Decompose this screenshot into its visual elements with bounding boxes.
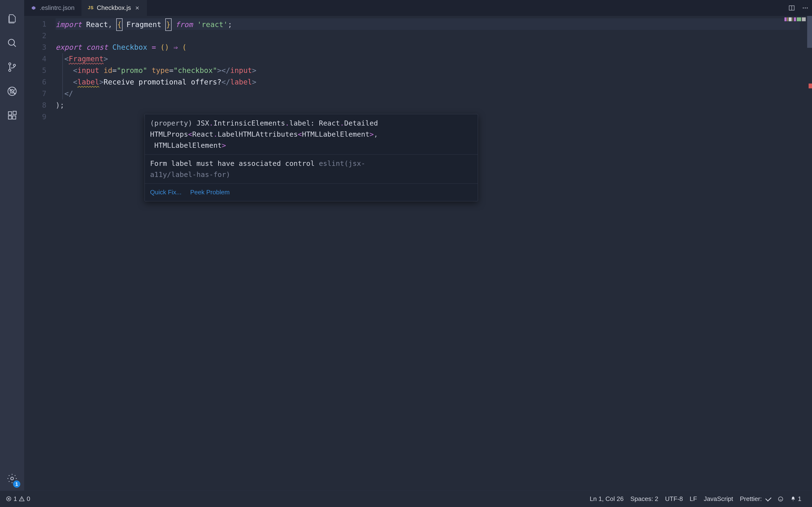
status-language[interactable]: JavaScript [704,495,733,503]
svg-point-12 [803,7,804,8]
extensions-icon [6,110,18,121]
split-editor-button[interactable] [785,0,799,16]
token-keyword: const [86,43,108,51]
status-encoding[interactable]: UTF-8 [665,495,683,503]
tab-checkbox[interactable]: JS Checkbox.js [82,0,147,16]
overview-marker-error[interactable] [809,83,812,89]
code-line[interactable]: </ [56,88,800,100]
svg-point-0 [8,39,14,45]
activity-extensions[interactable] [0,103,24,127]
smiley-icon [778,496,783,502]
tab-bar: .eslintrc.json JS Checkbox.js [24,0,812,16]
hover-message: Form label must have associated control … [145,154,478,183]
status-bar: 1 0 Ln 1, Col 26 Spaces: 2 UTF-8 LF Java… [0,491,812,507]
code-line[interactable]: import React, { Fragment } from 'react'; [56,18,800,30]
search-icon [6,38,18,49]
svg-point-2 [9,69,11,71]
activity-settings[interactable]: 1 [0,466,24,491]
ellipsis-icon [802,5,809,11]
activity-debug[interactable] [0,79,24,103]
token-punc: ); [56,101,64,109]
svg-point-14 [807,7,808,8]
warning-count: 0 [27,495,30,503]
svg-point-9 [11,477,13,480]
token-ident: Fragment [126,20,161,29]
bracket-cursor: } [165,18,171,31]
svg-rect-7 [12,116,16,119]
code-area[interactable]: import React, { Fragment } from 'react';… [56,18,800,123]
minimap[interactable] [784,17,806,21]
status-cursor[interactable]: Ln 1, Col 26 [590,495,623,503]
tab-label: .eslintrc.json [40,4,75,12]
token-keyword: from [175,20,193,29]
error-icon [6,496,12,502]
tab-close-button[interactable] [134,5,140,11]
code-line[interactable]: export const Checkbox = () ⇒ ( [56,42,800,53]
token-text: Receive promotional offers? [104,78,221,86]
js-icon: JS [88,5,94,11]
activity-bar: 1 [0,0,24,491]
peek-problem-link[interactable]: Peek Problem [190,187,230,198]
code-line[interactable]: ); [56,100,800,111]
token-jsx-tag: label [230,78,252,86]
files-icon [6,13,18,24]
warning-icon [19,496,24,502]
token-ident: React [86,20,108,29]
line-number: 8 [24,100,56,111]
activity-search[interactable] [0,31,24,55]
svg-point-16 [778,497,783,501]
svg-rect-5 [8,112,12,115]
svg-point-3 [13,64,15,66]
tab-eslintrc[interactable]: .eslintrc.json [24,0,82,16]
line-number: 9 [24,111,56,123]
status-notifications[interactable]: 1 [790,495,801,503]
notification-count: 1 [798,495,801,503]
svg-marker-10 [32,6,36,10]
line-number: 2 [24,30,56,42]
line-number: 3 [24,42,56,53]
activity-scm[interactable] [0,55,24,79]
status-spaces[interactable]: Spaces: 2 [630,495,658,503]
code-line[interactable] [56,30,800,42]
gutter: 1 2 3 4 5 6 7 8 9 [24,16,56,491]
tab-bar-spacer [147,0,785,16]
tab-label: Checkbox.js [97,4,131,12]
line-number: 7 [24,88,56,100]
hover-msg-text: Form label must have associated control [150,159,315,168]
eslint-icon [31,5,36,11]
code-line[interactable]: <label>Receive promotional offers?</labe… [56,76,800,88]
error-count: 1 [13,495,17,503]
token-jsx-tag: Fragment [69,55,104,63]
scrollbar-thumb[interactable] [807,16,812,48]
token-string: "promo" [117,66,147,74]
token-string: 'react' [197,20,227,29]
token-def: Checkbox [112,43,147,51]
hover-tooltip: (property) JSX.IntrinsicElements.label: … [145,114,478,201]
token-tag-bracket: </ [64,89,73,98]
status-prettier[interactable]: Prettier: [740,495,771,503]
quick-fix-link[interactable]: Quick Fix... [150,187,182,198]
token-keyword: export [56,43,82,51]
token-attr: type [152,66,169,74]
hover-actions: Quick Fix... Peek Problem [145,183,478,201]
status-feedback[interactable] [778,496,783,502]
line-number: 6 [24,76,56,88]
status-eol[interactable]: LF [690,495,697,503]
bell-icon [790,496,796,502]
settings-badge: 1 [13,481,20,488]
svg-point-13 [805,7,806,8]
code-line[interactable]: <input id="promo" type="checkbox"></inpu… [56,65,800,76]
line-number: 1 [24,18,56,30]
line-number: 4 [24,53,56,65]
code-line[interactable]: <Fragment> [56,53,800,65]
line-number: 5 [24,65,56,76]
editor[interactable]: 1 2 3 4 5 6 7 8 9 import React, { Fragme… [24,16,812,491]
token-jsx-tag: input [230,66,252,74]
svg-point-1 [9,63,11,65]
no-bug-icon [6,86,18,97]
editor-more-button[interactable] [799,0,812,16]
status-problems[interactable]: 1 0 [6,495,30,503]
token-string: "checkbox" [173,66,217,74]
activity-explorer[interactable] [0,7,24,31]
close-icon [135,6,140,10]
